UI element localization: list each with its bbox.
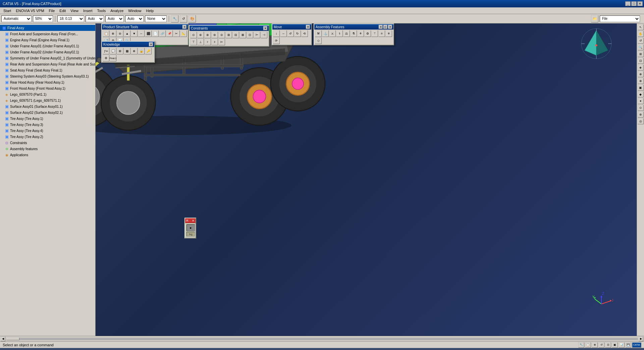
cs-icon-6[interactable]: ⊞	[225, 32, 232, 38]
rt-btn-8[interactable]: ⊕	[638, 71, 644, 77]
tree-root[interactable]: ▣ Final Assy	[0, 25, 95, 31]
rt-btn-15[interactable]: ◎	[638, 118, 644, 124]
scroll-right-btn[interactable]: ▶	[639, 337, 643, 341]
kn-icon-8[interactable]: ⚙	[103, 55, 109, 61]
cs-icon-3[interactable]: ⊛	[204, 32, 211, 38]
assembly-features-close-3[interactable]: ✕	[388, 25, 392, 29]
kn-icon-5[interactable]: ⊕	[131, 48, 138, 54]
minimize-button[interactable]: _	[625, 1, 631, 6]
tree-item-14[interactable]: ▣ Surface Assy02 (Surface Assy02.1)	[0, 110, 95, 116]
status-icon-6[interactable]: ▣	[612, 342, 618, 348]
cs-icon-11[interactable]: ⊣	[261, 32, 267, 38]
rt-btn-13[interactable]: ⊙	[638, 105, 644, 111]
status-icon-4[interactable]: ↺	[598, 342, 604, 348]
status-icon-5[interactable]: ⊡	[605, 342, 611, 348]
tree-item-6[interactable]: ▣ Rear Axle and Suspension Assy Final (R…	[0, 61, 95, 67]
cs-icon-10[interactable]: ⊢	[254, 32, 260, 38]
toolbar-icon-1[interactable]: 🔧	[171, 15, 178, 23]
rt-btn-14[interactable]: ⊛	[638, 112, 644, 118]
cs-icon-12[interactable]: ⊤	[190, 39, 197, 45]
tree-item-7[interactable]: ▣ Seat Assy Final (Seat Assy Final.1)	[0, 67, 95, 73]
calc-title-bar[interactable]: R ✕	[185, 218, 196, 223]
menu-edit[interactable]: Edit	[57, 8, 68, 13]
status-icon-1[interactable]: 🔧	[578, 342, 584, 348]
assembly-features-close-2[interactable]: C	[383, 25, 387, 29]
cs-icon-9[interactable]: ⊡	[247, 32, 253, 38]
move-close[interactable]: ✕	[306, 25, 310, 29]
ps-icon-1[interactable]: 📋	[103, 30, 109, 37]
status-icon-2[interactable]: 📋	[585, 342, 591, 348]
scroll-track[interactable]	[6, 338, 638, 340]
toolbar-file-icon[interactable]: 📁	[591, 15, 598, 23]
af-icon-7[interactable]: ⚘	[357, 30, 364, 37]
rt-btn-11[interactable]: ◆	[638, 91, 644, 97]
file-select[interactable]: File	[600, 15, 640, 22]
menu-analyze[interactable]: Analyze	[108, 8, 125, 13]
tree-item-assembly-features[interactable]: ⚙ Assembly features	[0, 146, 95, 152]
mv-icon-4[interactable]: ↻	[294, 30, 301, 37]
cs-icon-2[interactable]: ⊚	[197, 32, 204, 38]
af-icon-1[interactable]: ⚒	[315, 30, 322, 37]
tree-item-4[interactable]: ▣ Under Frame Assy02 (Under Frame Assy02…	[0, 49, 95, 55]
af-icon-6[interactable]: ⚗	[350, 30, 357, 37]
mode-select[interactable]: Automatic	[1, 15, 32, 22]
move-title-bar[interactable]: Move ✕	[272, 24, 311, 30]
knowledge-close[interactable]: ✕	[149, 42, 153, 46]
assembly-features-title-bar[interactable]: Assembly Features ✕ C ✕	[314, 24, 393, 30]
viewport[interactable]: Product Structure Tools ✕ 📋 ⊕ ⊖ ▲ ▼ ↔ ⬛ …	[96, 24, 637, 336]
calc-close-btn[interactable]: ✕	[192, 219, 195, 222]
tree-item-constraints[interactable]: ⊡ Constraints	[0, 140, 95, 146]
product-structure-close[interactable]: ✕	[182, 25, 186, 29]
af-icon-12[interactable]: ◇	[315, 37, 322, 44]
af-icon-8[interactable]: ⚙	[364, 30, 371, 37]
status-icon-7[interactable]: 📊	[619, 342, 625, 348]
cs-icon-8[interactable]: ⊠	[239, 32, 246, 38]
rt-btn-10[interactable]: ▣	[638, 85, 644, 91]
rt-btn-6[interactable]: ⊡	[638, 58, 644, 64]
tree-item-18[interactable]: ▣ Tire Assy (Tire Assy.2)	[0, 134, 95, 140]
ps-icon-10[interactable]: 📌	[166, 30, 173, 37]
mv-icon-6[interactable]: ⟳	[273, 37, 280, 44]
mv-icon-2[interactable]: ↔	[280, 30, 287, 37]
ps-icon-9[interactable]: 🔗	[159, 30, 166, 37]
mv-icon-3[interactable]: ↺	[287, 30, 294, 37]
ps-icon-8[interactable]: 📄	[152, 30, 159, 37]
tree-item-16[interactable]: ▣ Tire Assy (Tire Assy.3)	[0, 122, 95, 128]
kn-icon-7[interactable]: 🔑	[145, 48, 152, 54]
style-select-3[interactable]: Auto	[125, 15, 144, 22]
ps-icon-3[interactable]: ⊖	[117, 30, 123, 37]
tree-item-15[interactable]: ▣ Tire Assy (Tire Assy.1)	[0, 116, 95, 122]
style-select-2[interactable]: Auto	[105, 15, 124, 22]
menu-tools[interactable]: Tools	[95, 8, 108, 13]
tree-item-9[interactable]: ▣ Rear Hood Assy (Rear Hood Assy.1)	[0, 79, 95, 85]
rt-btn-4[interactable]: 🔍	[638, 44, 644, 50]
ps-icon-4[interactable]: ▲	[124, 30, 130, 37]
rt-btn-5[interactable]: ⊞	[638, 51, 644, 57]
menu-view[interactable]: View	[68, 8, 80, 13]
af-icon-9[interactable]: ⚚	[371, 30, 378, 37]
ps-icon-12[interactable]: 📐	[180, 30, 187, 37]
scroll-left-btn[interactable]: ◀	[1, 337, 5, 341]
rt-btn-9[interactable]: ⊗	[638, 78, 644, 84]
constraints-title-bar[interactable]: Constraints ✕	[190, 26, 269, 31]
tree-item-10[interactable]: ▣ Front Hood Assy (Front Hood Assy.1)	[0, 85, 95, 91]
knowledge-title-bar[interactable]: Knowledge ✕	[102, 42, 154, 47]
close-button[interactable]: ✕	[637, 1, 643, 6]
ps-icon-2[interactable]: ⊕	[110, 30, 116, 37]
rt-btn-1[interactable]: ↖	[638, 24, 644, 30]
menu-insert[interactable]: Insert	[81, 8, 95, 13]
scroll-thumb[interactable]	[6, 338, 19, 340]
mv-icon-5[interactable]: ⟲	[301, 30, 308, 37]
status-icon-3[interactable]: ⊕	[592, 342, 598, 348]
rt-btn-7[interactable]: ◈	[638, 64, 644, 71]
af-icon-5[interactable]: ⚖	[343, 30, 350, 37]
style-select-4[interactable]: None	[145, 15, 167, 22]
kn-icon-1[interactable]: ƒ∞	[103, 48, 109, 54]
ps-icon-6[interactable]: ↔	[138, 30, 145, 37]
tree-item-17[interactable]: ▣ Tire Assy (Tire Assy.4)	[0, 128, 95, 134]
toolbar-icon-2[interactable]: ↺	[180, 15, 187, 23]
menu-file[interactable]: File	[47, 8, 57, 13]
af-icon-2[interactable]: ⚓	[322, 30, 329, 37]
kn-icon-4[interactable]: ▦	[124, 48, 130, 54]
rt-btn-3[interactable]: ↺	[638, 38, 644, 44]
